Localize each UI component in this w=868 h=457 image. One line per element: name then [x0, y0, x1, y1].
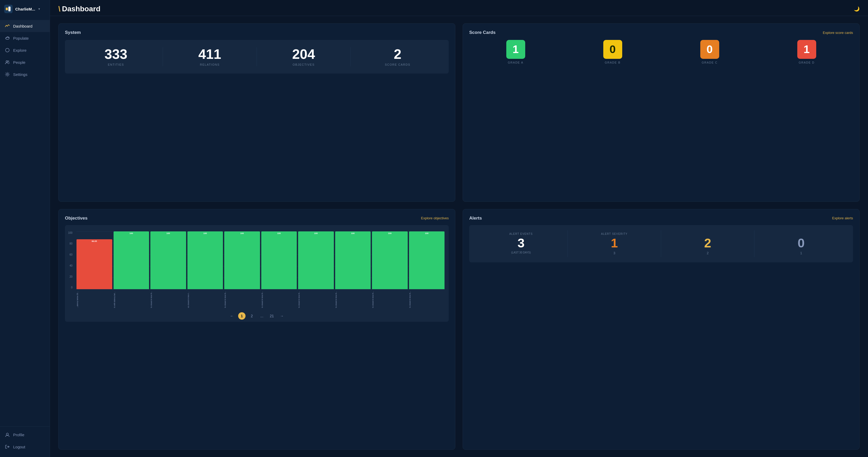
svg-point-8	[6, 433, 8, 435]
stat-label-entities: ENTITIES	[108, 63, 124, 66]
stat-label-relations: RELATIONS	[200, 63, 219, 66]
objectives-chart-container: ≡ 100 80 60 40 20 0	[65, 225, 449, 322]
stat-number-relations: 411	[198, 47, 221, 61]
people-icon	[5, 60, 10, 65]
explore-scorecards-link[interactable]: Explore score cards	[823, 31, 853, 35]
system-card: System 333 ENTITIES 411 RELATIONS 204 OB…	[58, 23, 455, 202]
sidebar-item-logout[interactable]: Logout	[0, 441, 50, 453]
alert-events-section: ALERT EVENTS 3 (LAST 30 DAYS)	[474, 230, 568, 257]
sidebar-header[interactable]: CharlieM... ▾	[0, 0, 50, 18]
sidebar-item-profile[interactable]: Profile	[0, 429, 50, 441]
scorecards-title: Score Cards	[469, 30, 496, 35]
stat-number-entities: 333	[104, 47, 127, 61]
page-ellipsis: ...	[258, 312, 266, 320]
bar-4: 100	[224, 231, 260, 289]
sidebar-item-explore[interactable]: Explore	[0, 44, 50, 56]
alert-severity-label: ALERT SEVERITY	[601, 232, 628, 235]
grade-c-badge: 0	[700, 40, 719, 59]
grade-b-label: GRADE B	[604, 61, 620, 64]
stat-relations: 411 RELATIONS	[163, 47, 257, 66]
bar-9: 100	[409, 231, 445, 289]
activity-icon	[5, 23, 10, 29]
bar-label-5: ts closed in less than 7 days	[261, 291, 297, 309]
sidebar-item-settings[interactable]: Settings	[0, 68, 50, 80]
stat-number-objectives: 204	[292, 47, 315, 61]
bar-2: 100	[150, 231, 186, 289]
page-1-button[interactable]: 1	[238, 312, 246, 320]
sidebar-item-label: Settings	[13, 72, 27, 77]
bar-label-7: ts closed in less than 7 days	[335, 291, 371, 309]
stat-scorecards: 2 SCORE CARDS	[351, 47, 444, 66]
bar-3: 100	[187, 231, 223, 289]
bar-label-9: ts closed in less than 1 days	[409, 291, 445, 309]
cloud-icon	[5, 35, 10, 41]
bar-label-8: ts closed in less than 1 days	[372, 291, 408, 309]
stat-number-scorecards: 2	[394, 47, 401, 61]
page-title-text: Dashboard	[62, 5, 100, 13]
svg-point-6	[8, 61, 9, 62]
chart-pagination: ← 1 2 ... 21 →	[67, 312, 446, 320]
y-label-40: 40	[68, 264, 72, 267]
stat-entities: 333 ENTITIES	[69, 47, 163, 66]
bar-8: 100	[372, 231, 408, 289]
sidebar-item-dashboard[interactable]: Dashboard	[0, 20, 50, 32]
title-slash: \	[58, 5, 60, 13]
system-title: System	[65, 30, 449, 35]
sidebar-item-label: Populate	[13, 36, 29, 40]
page-21-button[interactable]: 21	[268, 312, 276, 320]
grade-a-badge: 1	[506, 40, 525, 59]
alerts-content: ALERT EVENTS 3 (LAST 30 DAYS) ALERT SEVE…	[469, 225, 853, 262]
alerts-card: Alerts Explore alerts ALERT EVENTS 3 (LA…	[463, 209, 860, 450]
explore-alerts-link[interactable]: Explore alerts	[832, 216, 853, 220]
sidebar-logo	[4, 5, 12, 13]
svg-rect-0	[6, 8, 8, 10]
grade-d-badge: 1	[797, 40, 816, 59]
svg-marker-4	[7, 50, 8, 51]
sidebar-item-label: Dashboard	[13, 24, 32, 28]
sidebar-item-label: Profile	[13, 432, 25, 437]
bar-label-2: ts closed in less than 1 days	[150, 291, 186, 309]
bar-1: 100	[114, 231, 149, 289]
page-2-button[interactable]: 2	[248, 312, 255, 320]
grade-d-label: GRADE D	[799, 61, 815, 64]
y-label-60: 60	[68, 253, 72, 256]
y-axis-labels: 100 80 60 40 20 0	[68, 231, 72, 289]
y-label-0: 0	[68, 286, 72, 289]
bar-label-4: ts closed in less than 1 days	[224, 291, 260, 309]
svg-point-2	[5, 37, 9, 39]
bar-label-0: ...atency below 300ms	[76, 291, 112, 309]
alert-severity-1-sub: 3	[613, 251, 615, 255]
moon-icon[interactable]: 🌙	[854, 6, 860, 12]
stat-objectives: 204 OBJECTIVES	[257, 47, 351, 66]
dashboard-content: System 333 ENTITIES 411 RELATIONS 204 OB…	[50, 16, 868, 457]
objectives-card: Objectives Explore objectives ≡ 100 80 6…	[58, 209, 455, 450]
bar-6: 100	[298, 231, 334, 289]
grade-b-item: 0 GRADE B	[566, 40, 659, 64]
explore-objectives-link[interactable]: Explore objectives	[421, 216, 449, 220]
svg-rect-1	[8, 6, 10, 11]
scorecards-header: Score Cards Explore score cards	[469, 30, 853, 35]
page-prev-button[interactable]: ←	[228, 312, 236, 320]
bar-labels-row: ...atency below 300msts with latency bel…	[76, 291, 444, 309]
sidebar-bottom: Profile Logout	[0, 426, 50, 457]
sidebar-item-label: People	[13, 60, 26, 65]
svg-point-3	[5, 48, 9, 52]
alert-events-value: 3	[518, 237, 525, 250]
svg-point-7	[7, 73, 8, 75]
alert-severity-1-value: 1	[611, 237, 618, 250]
grade-a-item: 1 GRADE A	[469, 40, 562, 64]
grade-d-item: 1 GRADE D	[760, 40, 853, 64]
y-label-20: 20	[68, 275, 72, 278]
sidebar-item-label: Explore	[13, 48, 27, 53]
objectives-header: Objectives Explore objectives	[65, 216, 449, 221]
alert-severity-2-section: . 2 2	[661, 230, 754, 257]
y-label-100: 100	[68, 231, 72, 234]
alert-severity-2-value: 2	[704, 237, 711, 250]
scorecards-card: Score Cards Explore score cards 1 GRADE …	[463, 23, 860, 202]
grade-c-label: GRADE C	[702, 61, 718, 64]
sidebar-item-people[interactable]: People	[0, 56, 50, 68]
system-stats: 333 ENTITIES 411 RELATIONS 204 OBJECTIVE…	[65, 40, 449, 73]
page-next-button[interactable]: →	[278, 312, 285, 320]
sidebar-item-populate[interactable]: Populate	[0, 32, 50, 44]
grade-b-badge: 0	[603, 40, 622, 59]
